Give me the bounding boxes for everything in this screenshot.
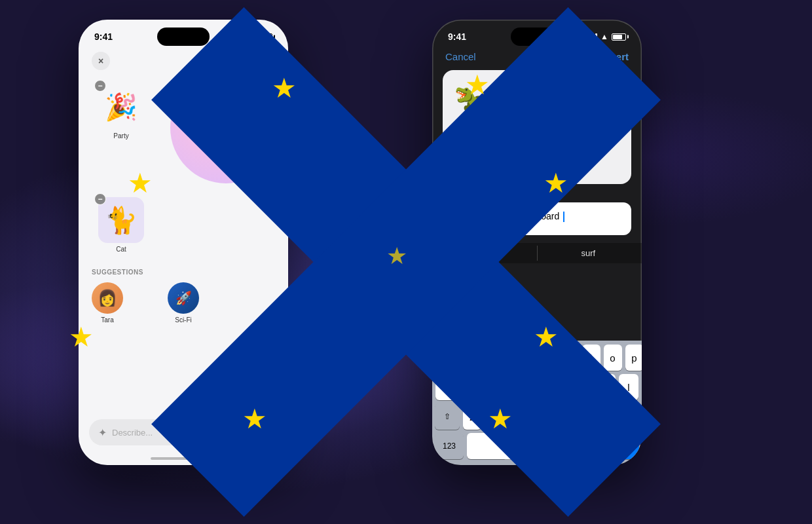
time-left: 9:41 [94,31,113,42]
page-dots [432,191,642,195]
minus-badge-cat[interactable]: − [94,193,106,205]
key-shift[interactable]: ⇧ [435,403,460,430]
signal-icon-left [231,33,242,40]
scene: 9:41 📶 × Create [0,0,812,524]
suggestions-section: SUGGESTIONS 👩 Tara 🚀 Sci-Fi [79,258,288,329]
create-button[interactable]: Create [223,51,275,71]
battery-icon-left [258,33,272,41]
mini-avatar-2 [227,425,241,440]
keyboard: q w e r t y u i o p a s d f g h j k [432,341,642,465]
key-x[interactable]: x [485,403,503,430]
key-s[interactable]: s [458,374,478,400]
stickers-area: − 🎉 Party 🐱 − 🐈 Cat [79,79,288,258]
minus-badge-party[interactable]: − [94,80,106,92]
sticker-party-label: Party [113,132,128,140]
key-123[interactable]: 123 [435,433,464,459]
sticker-cat-small-img: − 🐈 [98,197,144,243]
dino-sticker[interactable]: 🦕 [562,100,621,155]
status-icons-left: 📶 [231,32,273,41]
suggestions-label: SUGGESTIONS [92,269,275,276]
describe-icon: ✦ [98,426,107,439]
key-k[interactable]: k [596,374,616,400]
signal-icon-right [587,33,598,40]
status-time-right: 9:41 [448,31,466,42]
text-cursor [563,212,564,222]
cancel-button[interactable]: Cancel [445,51,476,62]
key-v[interactable]: v [528,403,546,430]
time-right: 9:41 [448,31,466,42]
cat-surf-sticker[interactable]: 🦖🏄 [453,81,549,174]
input-text: aring a tutu on a surfboard [452,211,559,221]
key-y[interactable]: y [539,345,557,371]
dot-1 [531,191,535,195]
key-z[interactable]: z [463,403,481,430]
keyboard-row-4: 123 space done [435,433,639,459]
dynamic-island-right [511,28,563,46]
suggestion-tara[interactable]: 👩 Tara [92,282,123,324]
key-g[interactable]: g [527,374,547,400]
dynamic-island-left [157,28,210,46]
phone-right-header: Cancel Insert [432,46,642,70]
keyboard-row-2: a s d f g h j k l [435,374,639,400]
key-p[interactable]: p [625,345,642,371]
key-j[interactable]: j [573,374,593,400]
sticker-cat-small[interactable]: − 🐈 Cat [98,197,144,253]
key-d[interactable]: d [481,374,501,400]
key-r[interactable]: r [496,345,514,371]
status-time-left: 9:41 [94,31,113,42]
suggestions-row: 👩 Tara 🚀 Sci-Fi [92,282,275,324]
key-delete[interactable]: ⌫ [614,403,639,430]
suggestion-tara-avatar: 👩 [92,282,123,314]
suggestion-scifi[interactable]: 🚀 Sci-Fi [168,282,199,324]
dot-2 [539,191,543,195]
home-indicator-right [504,457,570,460]
cat-circle-sticker[interactable]: 🐱 [170,72,282,183]
key-h[interactable]: h [550,374,570,400]
describe-input[interactable]: ✦ Describe... [89,419,207,445]
suggestion-tara-label: Tara [101,316,113,324]
describe-placeholder: Describe... [112,428,153,438]
suggestion-scifi-label: Sci-Fi [175,316,192,324]
text-input-area[interactable]: aring a tutu on a surfboard [443,202,631,235]
close-button[interactable]: × [92,52,110,70]
cat-bubble-area: 🐱 [170,72,282,183]
autocomplete-surf[interactable]: surf [543,246,635,261]
key-w[interactable]: w [452,345,471,371]
key-done[interactable]: done [606,433,639,459]
people-icons [220,425,241,440]
wifi-icon-right: ▲ [600,32,608,41]
sticker-cat-label: Cat [116,246,126,253]
sticker-party-img: − 🎉 [98,84,144,130]
key-u[interactable]: u [561,345,579,371]
key-i[interactable]: i [582,345,600,371]
sticker-party[interactable]: − 🎉 Party [98,84,144,140]
keyboard-row-1: q w e r t y u i o p [435,345,639,371]
key-b[interactable]: b [549,403,568,430]
autocomplete-bar: surface surf [432,243,642,263]
home-indicator-left [151,457,216,460]
key-n[interactable]: n [571,403,589,430]
status-icons-right: ▲ [587,32,626,41]
key-t[interactable]: t [517,345,536,371]
key-o[interactable]: o [604,345,622,371]
phone-right: 9:41 ▲ Cancel Insert 🦖🏄 [432,20,642,465]
key-a[interactable]: a [435,374,455,400]
phone-left: 9:41 📶 × Create [79,20,288,465]
insert-button[interactable]: Insert [602,51,629,62]
key-space[interactable]: space [467,433,603,459]
key-m[interactable]: m [593,403,611,430]
key-f[interactable]: f [504,374,524,400]
key-c[interactable]: c [506,403,525,430]
people-style-button[interactable]: PEOPLE& STYLE [212,419,278,445]
key-l[interactable]: l [619,374,638,400]
keyboard-row-3: ⇧ z x c v b n m ⌫ [435,403,639,430]
people-style-label: PEOPLE& STYLE [245,425,270,440]
battery-icon-right [612,33,626,41]
phone-left-bottom: ✦ Describe... PEOPLE& STYLE [79,419,288,445]
wifi-icon-left: 📶 [245,32,255,41]
sticker-preview-area: 🦖🏄 🦕 [443,70,631,184]
key-q[interactable]: q [432,345,449,371]
suggestion-scifi-img: 🚀 [168,282,199,314]
key-e[interactable]: e [474,345,492,371]
autocomplete-surface[interactable]: surface [440,246,532,261]
